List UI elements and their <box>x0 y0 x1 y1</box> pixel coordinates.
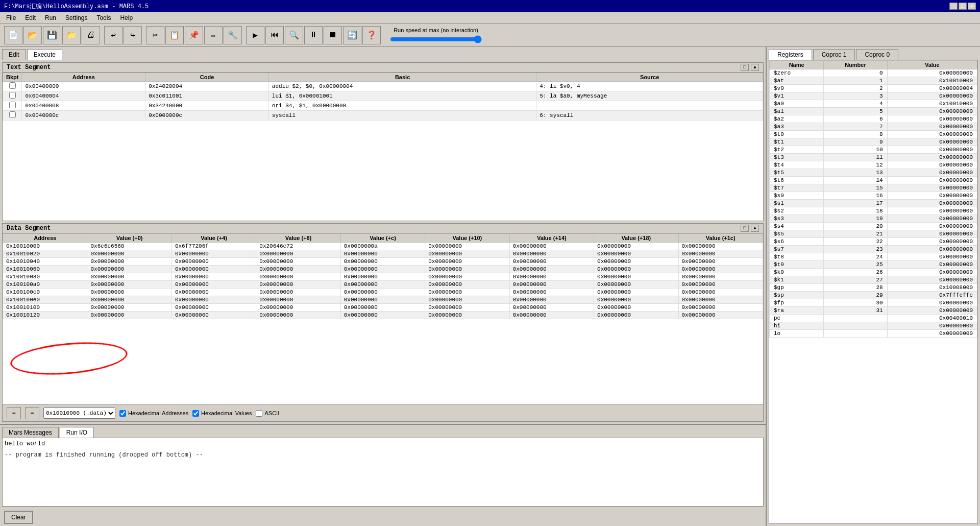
reg-name: $s1 <box>770 200 824 207</box>
data-max-btn[interactable]: ▲ <box>751 225 759 232</box>
edit-button[interactable]: ✏ <box>204 26 223 44</box>
reg-name: $t4 <box>770 161 824 169</box>
reg-value: 0x00400010 <box>887 315 977 322</box>
hex-val-checkbox[interactable] <box>192 410 199 417</box>
register-row: $a3 7 0x00000000 <box>770 123 977 131</box>
text-row: 0x0040000c 0x0000000c syscall 6: syscall <box>3 111 763 121</box>
title-bar: F:\Mars汇编\HelloAssembly.asm - MARS 4.5 ─… <box>0 0 980 12</box>
reg-value: 0x00000000 <box>887 207 977 215</box>
open-button[interactable]: 📂 <box>23 26 42 44</box>
ascii-checkbox[interactable] <box>256 410 262 417</box>
paste-button[interactable]: 📌 <box>185 26 203 44</box>
reg-value: 0x00000000 <box>887 253 977 261</box>
stop-button[interactable]: ⏹ <box>324 26 342 44</box>
assemble-button[interactable]: ▶ <box>246 26 264 44</box>
data-cell: 0x10010120 <box>3 312 87 319</box>
data-segment-header: Data Segment □ ▲ <box>3 224 763 233</box>
register-row: $ra 31 0x00000000 <box>770 307 977 315</box>
menu-tools[interactable]: Tools <box>92 13 115 22</box>
data-cell: 0x00000000 <box>678 289 763 296</box>
reg-number: 23 <box>824 246 887 253</box>
data-restore-btn[interactable]: □ <box>741 225 749 232</box>
new-button[interactable]: 📄 <box>4 26 22 44</box>
tab-coproc1[interactable]: Coproc 1 <box>813 49 855 60</box>
menu-edit[interactable]: Edit <box>21 13 40 22</box>
data-cell: 0x10010000 <box>3 243 87 250</box>
close-button[interactable]: ✕ <box>968 3 976 10</box>
cut-button[interactable]: ✂ <box>146 26 164 44</box>
register-row: $t3 11 0x00000000 <box>770 154 977 161</box>
address-select[interactable]: 0x10010000 (.data) <box>43 408 115 419</box>
data-cell: 0x100100e0 <box>3 296 87 304</box>
find-button[interactable]: 🔍 <box>285 26 303 44</box>
help-button[interactable]: ❓ <box>362 26 381 44</box>
data-row: 0x100100200x000000000x000000000x00000000… <box>3 250 763 258</box>
register-table-container[interactable]: Name Number Value $zero 0 0x00000000 $at… <box>769 60 978 524</box>
bkpt-checkbox[interactable] <box>9 102 16 108</box>
tools-button[interactable]: 🔧 <box>224 26 242 44</box>
text-restore-btn[interactable]: □ <box>741 64 749 71</box>
pause-button[interactable]: ⏸ <box>304 26 323 44</box>
data-cell: 0x00000000 <box>256 296 340 304</box>
reg-name: $ra <box>770 307 824 315</box>
redo-button[interactable]: ↪ <box>124 26 142 44</box>
print-button[interactable]: 🖨 <box>82 26 100 44</box>
panels-container: Text Segment □ ▲ Bkpt Address Code <box>0 60 766 424</box>
console-content: hello world -- program is finished runni… <box>2 438 764 507</box>
register-row: $t9 25 0x00000000 <box>770 261 977 269</box>
data-cell: 0x00000000 <box>509 312 594 319</box>
tab-execute[interactable]: Execute <box>27 49 62 60</box>
reg-value: 0x00000000 <box>887 92 977 100</box>
bkpt-checkbox[interactable] <box>9 82 16 89</box>
speed-slider[interactable] <box>390 35 482 43</box>
reg-name: $s0 <box>770 192 824 200</box>
save-all-button[interactable]: 📁 <box>62 26 81 44</box>
next-nav-btn[interactable]: ➡ <box>25 407 39 419</box>
reg-name: hi <box>770 322 824 330</box>
hex-addr-checkbox[interactable] <box>119 410 126 417</box>
data-cell: 0x00000000 <box>256 312 340 319</box>
tab-registers[interactable]: Registers <box>769 49 812 60</box>
bkpt-checkbox[interactable] <box>9 111 16 118</box>
copy-button[interactable]: 📋 <box>165 26 184 44</box>
text-row: 0x00400004 0x3c011001 lui $1, 0x00001001… <box>3 91 763 101</box>
tab-coproc0[interactable]: Coproc 0 <box>856 49 898 60</box>
data-cell: 0x00000000 <box>509 250 594 258</box>
minimize-button[interactable]: ─ <box>949 3 958 10</box>
data-col-header: Value (+18) <box>594 234 678 243</box>
save-button[interactable]: 💾 <box>43 26 61 44</box>
clear-button[interactable]: Clear <box>4 511 33 524</box>
text-max-btn[interactable]: ▲ <box>751 64 759 71</box>
reg-value: 0x00000000 <box>887 215 977 223</box>
col-bkpt: Bkpt <box>3 73 22 82</box>
bkpt-checkbox[interactable] <box>9 92 16 99</box>
step-back-button[interactable]: ⏮ <box>265 26 284 44</box>
menu-settings[interactable]: Settings <box>61 13 91 22</box>
maximize-button[interactable]: □ <box>959 3 967 10</box>
data-cell: 0x00000000 <box>87 273 172 281</box>
tab-mars-messages[interactable]: Mars Messages <box>2 427 59 438</box>
data-segment-table-container[interactable]: AddressValue (+0)Value (+4)Value (+8)Val… <box>3 233 763 404</box>
run-button[interactable]: 🔄 <box>343 26 361 44</box>
data-cell: 0x00000000 <box>594 273 678 281</box>
menu-run[interactable]: Run <box>41 13 60 22</box>
data-cell: 0x00000000 <box>87 304 172 312</box>
reg-value: 0x00000000 <box>887 177 977 184</box>
console-footer-text: -- program is finished running (dropped … <box>5 451 761 459</box>
tab-run-io[interactable]: Run I/O <box>60 427 94 438</box>
data-cell: 0x00000000 <box>594 296 678 304</box>
prev-nav-btn[interactable]: ⬅ <box>7 407 21 419</box>
undo-button[interactable]: ↩ <box>104 26 122 44</box>
data-cell: 0x00000000 <box>425 250 509 258</box>
text-segment-table-container[interactable]: Bkpt Address Code Basic Source 0x0040000… <box>3 73 763 221</box>
menu-help[interactable]: Help <box>116 13 137 22</box>
console-tabs: Mars Messages Run I/O <box>0 425 766 438</box>
reg-value: 0x7fffeffc <box>887 292 977 299</box>
data-cell: 0x00000000 <box>678 250 763 258</box>
reg-value: 0x00000000 <box>887 169 977 177</box>
text-segment-controls: □ ▲ <box>741 64 759 71</box>
tab-edit[interactable]: Edit <box>2 49 26 60</box>
data-row: 0x100100600x000000000x000000000x00000000… <box>3 266 763 273</box>
menu-file[interactable]: File <box>2 13 20 22</box>
data-col-header: Value (+c) <box>340 234 425 243</box>
